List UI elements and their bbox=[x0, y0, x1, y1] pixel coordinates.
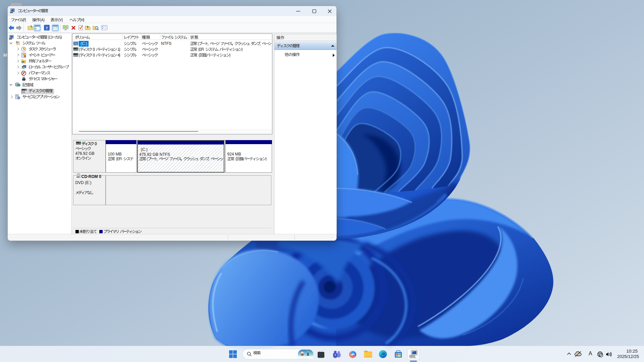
svg-text:?: ? bbox=[46, 25, 48, 31]
svg-text:T: T bbox=[334, 354, 336, 357]
svg-text:!: ! bbox=[24, 54, 24, 56]
